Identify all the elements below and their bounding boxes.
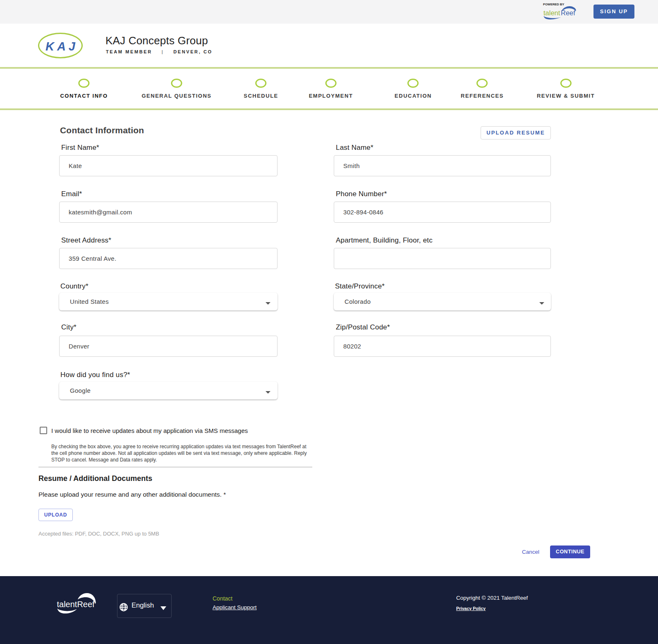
- svg-text:Reef: Reef: [561, 9, 575, 17]
- svg-text:talent: talent: [543, 9, 560, 17]
- svg-text:talentReef: talentReef: [57, 600, 95, 609]
